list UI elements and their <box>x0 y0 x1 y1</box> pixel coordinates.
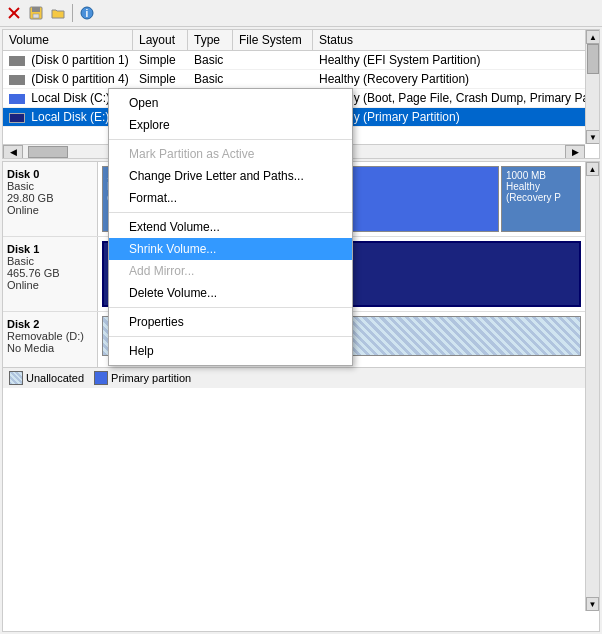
scroll-thumb[interactable] <box>587 44 599 74</box>
scroll-up-btn[interactable]: ▲ <box>586 30 600 44</box>
table-row[interactable]: (Disk 0 partition 4) Simple Basic Health… <box>3 70 599 89</box>
header-layout[interactable]: Layout <box>133 30 188 50</box>
scroll-down-btn[interactable]: ▼ <box>586 130 600 144</box>
header-status[interactable]: Status <box>313 30 599 50</box>
info-btn[interactable]: i <box>77 3 97 23</box>
cell-layout-0: Simple <box>133 52 188 68</box>
menu-separator-4 <box>109 336 352 337</box>
table-row[interactable]: (Disk 0 partition 1) Simple Basic Health… <box>3 51 599 70</box>
legend-unallocated-label: Unallocated <box>26 372 84 384</box>
svg-rect-4 <box>33 14 39 18</box>
table-header: Volume Layout Type File System Status <box>3 30 599 51</box>
header-fs[interactable]: File System <box>233 30 313 50</box>
context-menu: Open Explore Mark Partition as Active Ch… <box>108 88 353 366</box>
menu-separator-3 <box>109 307 352 308</box>
disk-1-size: 465.76 GB <box>7 267 93 279</box>
part-recovery-status: Healthy (Recovery P <box>506 181 576 203</box>
disk-0-status: Online <box>7 204 93 216</box>
legend-primary: Primary partition <box>94 371 191 385</box>
legend-primary-label: Primary partition <box>111 372 191 384</box>
cell-status-2: Healthy (Boot, Page File, Crash Dump, Pr… <box>313 90 599 106</box>
cell-type-1: Basic <box>188 71 233 87</box>
save-btn[interactable] <box>26 3 46 23</box>
h-scroll-thumb[interactable] <box>28 146 68 158</box>
disk-2-label: Disk 2 Removable (D:) No Media <box>3 312 98 367</box>
toolbar-separator <box>72 4 73 22</box>
scroll-right-btn[interactable]: ▶ <box>565 145 585 159</box>
disk-scroll-down[interactable]: ▼ <box>586 597 599 611</box>
scroll-left-btn[interactable]: ◀ <box>3 145 23 159</box>
menu-separator-1 <box>109 139 352 140</box>
disk-management-window: i Volume Layout Type File System Status … <box>0 0 602 634</box>
unallocated-swatch <box>9 371 23 385</box>
folder-btn[interactable] <box>48 3 68 23</box>
menu-format[interactable]: Format... <box>109 187 352 209</box>
svg-rect-3 <box>32 7 40 12</box>
legend-unallocated: Unallocated <box>9 371 84 385</box>
disk-scroll-track <box>586 176 599 597</box>
v-scrollbar[interactable]: ▲ ▼ <box>585 30 599 144</box>
menu-explore[interactable]: Explore <box>109 114 352 136</box>
disk-scroll-up[interactable]: ▲ <box>586 162 599 176</box>
disk-2-name: Disk 2 <box>7 318 93 330</box>
svg-text:i: i <box>86 8 89 19</box>
menu-extend[interactable]: Extend Volume... <box>109 216 352 238</box>
cell-fs-0 <box>233 59 313 61</box>
menu-change-letter[interactable]: Change Drive Letter and Paths... <box>109 165 352 187</box>
header-volume[interactable]: Volume <box>3 30 133 50</box>
cell-type-0: Basic <box>188 52 233 68</box>
cell-volume-0: (Disk 0 partition 1) <box>3 52 133 68</box>
part-recovery-size: 1000 MB <box>506 170 576 181</box>
close-btn[interactable] <box>4 3 24 23</box>
menu-delete[interactable]: Delete Volume... <box>109 282 352 304</box>
menu-add-mirror: Add Mirror... <box>109 260 352 282</box>
menu-help[interactable]: Help <box>109 340 352 362</box>
disk-0-size: 29.80 GB <box>7 192 93 204</box>
menu-shrink[interactable]: Shrink Volume... <box>109 238 352 260</box>
disk-1-status: Online <box>7 279 93 291</box>
menu-mark-active: Mark Partition as Active <box>109 143 352 165</box>
disk-1-label: Disk 1 Basic 465.76 GB Online <box>3 237 98 311</box>
cell-volume-1: (Disk 0 partition 4) <box>3 71 133 87</box>
disk-1-type: Basic <box>7 255 93 267</box>
legend: Unallocated Primary partition <box>3 367 599 388</box>
disk-2-status: No Media <box>7 342 93 354</box>
disk-panel-vscroll[interactable]: ▲ ▼ <box>585 162 599 611</box>
partition-recovery[interactable]: 1000 MB Healthy (Recovery P <box>501 166 581 232</box>
cell-status-1: Healthy (Recovery Partition) <box>313 71 599 87</box>
cell-layout-1: Simple <box>133 71 188 87</box>
disk-0-label: Disk 0 Basic 29.80 GB Online <box>3 162 98 236</box>
cell-status-3: Healthy (Primary Partition) <box>313 109 599 125</box>
menu-open[interactable]: Open <box>109 92 352 114</box>
menu-separator-2 <box>109 212 352 213</box>
disk-1-name: Disk 1 <box>7 243 93 255</box>
disk-0-name: Disk 0 <box>7 168 93 180</box>
cell-status-0: Healthy (EFI System Partition) <box>313 52 599 68</box>
scroll-track[interactable] <box>586 44 599 130</box>
cell-fs-1 <box>233 78 313 80</box>
primary-swatch <box>94 371 108 385</box>
disk-2-type: Removable (D:) <box>7 330 93 342</box>
menu-properties[interactable]: Properties <box>109 311 352 333</box>
header-type[interactable]: Type <box>188 30 233 50</box>
toolbar: i <box>0 0 602 27</box>
disk-0-type: Basic <box>7 180 93 192</box>
